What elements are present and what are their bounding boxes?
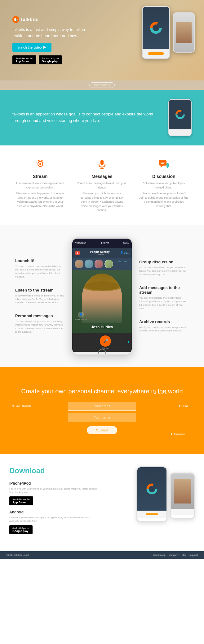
appstore-sub-label: Available on the [16, 57, 33, 60]
download-phone-main [136, 466, 167, 522]
googleplay-sub-label: Android App on [42, 57, 59, 60]
feature-messages: Messages Direct voice messages to and fr… [77, 158, 127, 213]
appstore-name: App Store [16, 60, 29, 63]
mic-button[interactable]: 🎤 [100, 335, 111, 347]
email-input[interactable] [68, 402, 136, 411]
chevron-down-icon: ▾ [109, 84, 110, 87]
add-messages-desc: You can immediately share something inte… [139, 296, 189, 310]
appstore-button[interactable]: Available on the App Store [12, 55, 36, 64]
start-chat-button[interactable]: Start Chat [116, 260, 129, 268]
hero-phone-screen [143, 7, 169, 49]
launch-title: Launch it! [15, 258, 65, 263]
world-title: Create your own personal channel everywh… [21, 387, 183, 395]
avatar-1 [75, 260, 83, 268]
pause-icon: ⏸ [127, 341, 129, 344]
personal-desc: You can always tell your friends somethi… [15, 320, 65, 334]
feature-stream: Stream Live stream of voice messages aro… [16, 158, 65, 213]
showcase-left-column: Launch it! You can create an account wit… [15, 258, 65, 334]
iphone-platform: iPhone/iPod Fall in love with your phone… [9, 481, 97, 505]
messages-detail: Discover you might have some personal th… [77, 192, 127, 213]
svg-marker-13 [161, 166, 163, 168]
stream-detail: Discover what is happening in the local … [16, 192, 65, 208]
download-phone-secondary-bottom [171, 509, 194, 515]
learn-more-bar: learn more ▾ [0, 80, 204, 90]
chat-icon [157, 158, 170, 170]
teal-phone-screen [169, 100, 191, 129]
download-phone-secondary-screen [171, 473, 194, 509]
notification-badge: 2 [75, 251, 80, 255]
watch-video-button[interactable]: watch the video [12, 43, 51, 52]
showcase-personal: Personal messages You can always tell yo… [15, 313, 65, 334]
teal-phone-mockup [168, 99, 192, 136]
discussion-desc: Collective private and public topic-rela… [139, 181, 188, 190]
avatar-4 [104, 260, 113, 268]
mic-area: 🎤 Pause [100, 335, 111, 349]
mic-icon [96, 158, 108, 170]
iphone-platform-title: iPhone/iPod [9, 481, 97, 486]
showcase-listen: Listen to the stream Discover what is go… [15, 288, 65, 305]
profile-label: User Profile [75, 318, 87, 321]
svg-point-6 [179, 113, 182, 116]
features-section: Stream Live stream of voice messages aro… [0, 145, 204, 225]
phone-app-bar: 2 People Nearby Chelsea 👤 211 [72, 248, 132, 258]
appstore-store-name: App Store [12, 501, 26, 504]
googleplay-store-name: Google play [12, 529, 29, 533]
teal-description: talkbits is an application whose goal is… [12, 111, 159, 124]
download-title: Download [9, 466, 97, 475]
learn-more-button[interactable]: learn more ▾ [89, 82, 115, 88]
android-platform: Android Complete, redesigned, and optimi… [9, 510, 97, 534]
phone-status-bar: VIRGIN 3G 4:20 PM 100% [72, 239, 132, 248]
pause-button[interactable]: ⏸ [127, 341, 129, 344]
submit-button[interactable]: Submit [87, 426, 117, 434]
hero-content: talkbits talkbits is a fast and simple w… [12, 16, 99, 64]
main-phone-mockup: VIRGIN 3G 4:20 PM 100% 2 People Nearby C… [71, 237, 133, 355]
phone-home-area [72, 352, 132, 354]
hero-phone-main [142, 6, 170, 59]
listen-title: Listen to the stream [15, 288, 65, 292]
personal-title: Personal messages [15, 313, 65, 318]
user-count: 👤 211 [120, 251, 129, 254]
discussion-title: Discussion [139, 174, 188, 179]
iphone-appstore-button[interactable]: Available on the App Store [9, 496, 33, 505]
launch-desc: You can create an account with talkbits,… [15, 265, 65, 279]
showcase-add-messages: Add messages to the stream You can immed… [139, 285, 189, 310]
android-platform-desc: Complete, redesigned, and optimized spec… [9, 516, 97, 523]
city-tokyo: Tokyo [179, 404, 188, 407]
teal-section: talkbits is an application whose goal is… [0, 90, 204, 145]
googleplay-button[interactable]: Android App on Google play [39, 55, 62, 64]
group-title: Group discussion [139, 260, 189, 264]
appstore-available: Available on the [12, 498, 30, 501]
svg-rect-12 [159, 160, 166, 166]
archive-desc: All of your records are stored in a pers… [139, 326, 189, 332]
footer-link-blog[interactable]: blog [182, 554, 186, 556]
iphone-platform-desc: Fall in love with your phone or your tab… [9, 487, 97, 494]
person-name: Josh Hudley [91, 325, 113, 329]
svg-point-8 [39, 163, 41, 165]
stream-desc: Live stream of voice messages around you… [16, 181, 65, 190]
download-phone-secondary [170, 473, 195, 519]
name-input[interactable] [68, 413, 136, 422]
group-desc: Discuss with interesting people on vario… [139, 266, 189, 276]
svg-point-3 [154, 26, 158, 30]
discussion-detail: Nearly new different points of view? Joi… [139, 192, 188, 208]
city-dot [179, 405, 180, 407]
svg-point-20 [150, 487, 154, 491]
footer-link-support[interactable]: support [189, 554, 198, 556]
download-phone-bottom [137, 511, 166, 518]
showcase-right-column: Group discussion Discuss with interestin… [139, 260, 189, 333]
stream-icon [34, 158, 47, 170]
footer-link-company[interactable]: company [169, 554, 179, 556]
download-section: Download iPhone/iPod Fall in love with y… [0, 454, 204, 551]
profile-button[interactable]: 👤 User Profile [75, 312, 87, 321]
archive-title: Archive records [139, 319, 189, 324]
android-googleplay-button[interactable]: Android App on Google play [9, 525, 33, 534]
footer-link-app[interactable]: talkbits app [153, 554, 165, 556]
learn-more-label: learn more [94, 84, 107, 87]
phone-carrier: VIRGIN 3G [75, 242, 86, 244]
svg-rect-9 [100, 160, 104, 165]
hero-phone-secondary [173, 12, 195, 53]
add-messages-title: Add messages to the stream [139, 285, 189, 295]
avatar-3 [95, 260, 103, 268]
avatar-strip: Start Chat [72, 258, 132, 270]
home-button[interactable] [98, 349, 106, 355]
